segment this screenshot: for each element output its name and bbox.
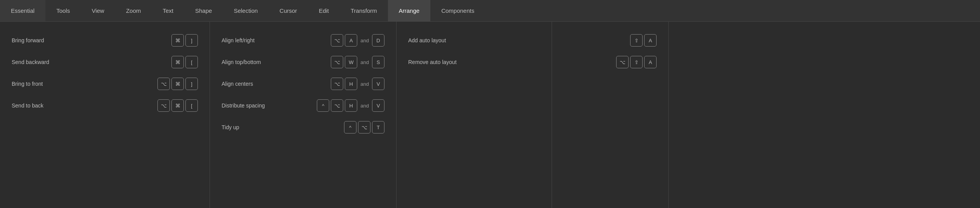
w-key-1: W xyxy=(345,56,357,68)
align-tb-keys: ⌥ W and S xyxy=(331,56,384,68)
components-section: ⇧ A ⌥ ⇧ A xyxy=(552,22,669,208)
nav-item-edit[interactable]: Edit xyxy=(308,0,340,21)
components-row-1: ⇧ A xyxy=(564,29,657,51)
opt-key-1: ⌥ xyxy=(157,78,170,90)
and-text-1: and xyxy=(360,38,369,43)
cmd-key-2: ⌘ xyxy=(171,56,184,68)
bracket-left-key-2: [ xyxy=(185,99,198,112)
nav-item-selection[interactable]: Selection xyxy=(223,0,269,21)
ctrl-key-2: ^ xyxy=(344,121,356,133)
shift-key-2: ⇧ xyxy=(630,56,643,68)
and-text-3: and xyxy=(360,81,369,87)
ctrl-key-1: ^ xyxy=(317,99,329,112)
align-centers-label: Align centers xyxy=(222,81,328,87)
bring-to-front-row: Bring to front ⌥ ⌘ ] xyxy=(12,73,198,95)
send-to-back-row: Send to back ⌥ ⌘ [ xyxy=(12,95,198,116)
bring-to-front-keys: ⌥ ⌘ ] xyxy=(157,78,198,90)
and-text-2: and xyxy=(360,59,369,65)
opt-key-7: ⌥ xyxy=(358,121,370,133)
align-tb-row: Align top/bottom ⌥ W and S xyxy=(222,51,384,73)
remove-auto-layout-label: Remove auto layout xyxy=(408,59,540,65)
bring-forward-keys: ⌘ ] xyxy=(171,34,198,47)
align-lr-row: Align left/right ⌥ A and D xyxy=(222,29,384,51)
bring-forward-row: Bring forward ⌘ ] xyxy=(12,29,198,51)
selection-section: Align left/right ⌥ A and D Align top/bot… xyxy=(210,22,397,208)
bracket-right-key-1: ] xyxy=(185,34,198,47)
nav-item-transform[interactable]: Transform xyxy=(340,0,388,21)
add-auto-layout-label: Add auto layout xyxy=(408,37,540,43)
tidy-up-row: Tidy up ^ ⌥ T xyxy=(222,116,384,138)
and-text-4: and xyxy=(360,103,369,109)
components-row-2: ⌥ ⇧ A xyxy=(564,51,657,73)
components-keys-2: ⌥ ⇧ A xyxy=(616,56,657,68)
nav-item-view[interactable]: View xyxy=(81,0,115,21)
align-centers-keys: ⌥ H and V xyxy=(331,78,384,90)
send-backward-keys: ⌘ [ xyxy=(171,56,198,68)
remove-auto-layout-row: Remove auto layout xyxy=(408,51,540,73)
distribute-spacing-row: Distribute spacing ^ ⌥ H and V xyxy=(222,95,384,116)
add-auto-layout-row: Add auto layout xyxy=(408,29,540,51)
distribute-spacing-label: Distribute spacing xyxy=(222,102,314,109)
d-key-1: D xyxy=(372,34,384,47)
nav-item-text[interactable]: Text xyxy=(152,0,185,21)
tidy-up-keys: ^ ⌥ T xyxy=(344,121,384,133)
opt-key-4: ⌥ xyxy=(331,56,343,68)
nav-item-components[interactable]: Components xyxy=(430,0,485,21)
opt-key-2: ⌥ xyxy=(157,99,170,112)
tidy-up-label: Tidy up xyxy=(222,124,341,130)
align-lr-keys: ⌥ A and D xyxy=(331,34,384,47)
s-key-1: S xyxy=(372,56,384,68)
shift-key-1: ⇧ xyxy=(630,34,643,47)
nav-bar: Essential Tools View Zoom Text Shape Sel… xyxy=(0,0,980,22)
align-centers-row: Align centers ⌥ H and V xyxy=(222,73,384,95)
send-to-back-label: Send to back xyxy=(12,102,154,109)
align-tb-label: Align top/bottom xyxy=(222,59,328,65)
cmd-key-1: ⌘ xyxy=(171,34,184,47)
opt-key-3: ⌥ xyxy=(331,34,343,47)
distribute-spacing-keys: ^ ⌥ H and V xyxy=(317,99,384,112)
nav-item-arrange[interactable]: Arrange xyxy=(388,0,430,21)
opt-key-6: ⌥ xyxy=(331,99,343,112)
nav-item-zoom[interactable]: Zoom xyxy=(115,0,152,21)
components-keys-1: ⇧ A xyxy=(630,34,657,47)
bring-forward-label: Bring forward xyxy=(12,37,168,43)
arrange-section: Bring forward ⌘ ] Send backward ⌘ [ Brin… xyxy=(0,22,210,208)
align-lr-label: Align left/right xyxy=(222,37,328,43)
cmd-key-4: ⌘ xyxy=(171,99,184,112)
send-backward-label: Send backward xyxy=(12,59,168,65)
opt-key-5: ⌥ xyxy=(331,78,343,90)
opt-key-8: ⌥ xyxy=(616,56,629,68)
nav-item-shape[interactable]: Shape xyxy=(184,0,223,21)
a-key-2: A xyxy=(644,34,657,47)
bring-to-front-label: Bring to front xyxy=(12,81,154,87)
t-key-1: T xyxy=(372,121,384,133)
edit-section: Add auto layout Remove auto layout xyxy=(397,22,552,208)
send-backward-row: Send backward ⌘ [ xyxy=(12,51,198,73)
send-to-back-keys: ⌥ ⌘ [ xyxy=(157,99,198,112)
nav-item-tools[interactable]: Tools xyxy=(45,0,81,21)
nav-item-cursor[interactable]: Cursor xyxy=(269,0,308,21)
content-area: Bring forward ⌘ ] Send backward ⌘ [ Brin… xyxy=(0,22,980,208)
bracket-left-key-1: [ xyxy=(185,56,198,68)
v-key-2: V xyxy=(372,99,384,112)
v-key-1: V xyxy=(372,78,384,90)
h-key-2: H xyxy=(345,99,357,112)
a-key-1: A xyxy=(345,34,357,47)
bracket-right-key-2: ] xyxy=(185,78,198,90)
a-key-3: A xyxy=(644,56,657,68)
nav-item-essential[interactable]: Essential xyxy=(0,0,45,21)
cmd-key-3: ⌘ xyxy=(171,78,184,90)
h-key-1: H xyxy=(345,78,357,90)
